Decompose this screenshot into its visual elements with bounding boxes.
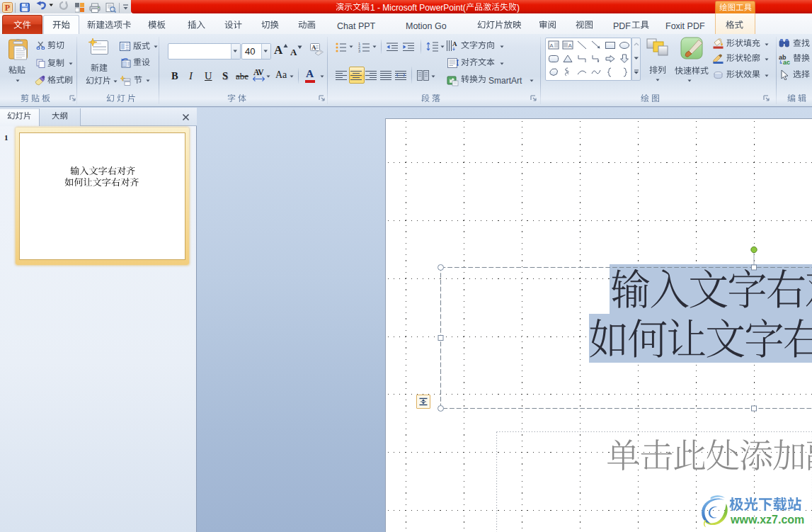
svg-text:A: A — [311, 44, 316, 51]
svg-text:A: A — [549, 43, 554, 49]
svg-text:3: 3 — [358, 49, 360, 52]
svg-text:A: A — [452, 40, 457, 47]
svg-text:A: A — [568, 43, 573, 49]
svg-text:P: P — [5, 3, 10, 13]
svg-text:ac: ac — [783, 59, 790, 64]
